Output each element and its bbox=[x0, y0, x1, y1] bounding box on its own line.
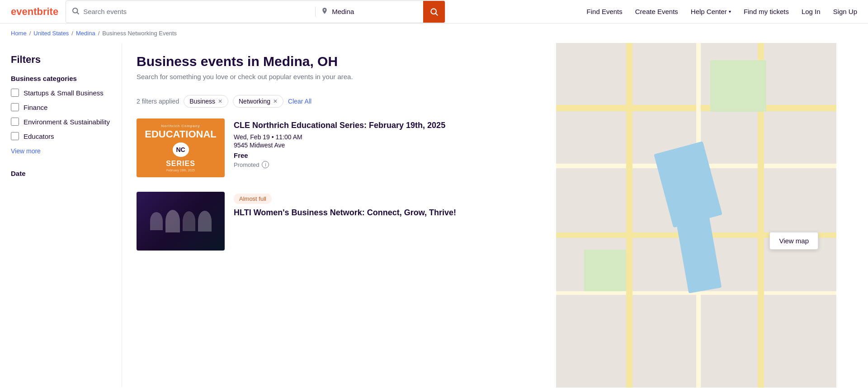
checkbox-startups-label: Startups & Small Business bbox=[24, 89, 104, 97]
filter-business-categories: Business categories Startups & Small Bus… bbox=[11, 75, 111, 155]
help-center-link[interactable]: Help Center ▾ bbox=[691, 8, 731, 15]
search-bar bbox=[66, 0, 445, 23]
page-title: Business events in Medina, OH bbox=[137, 54, 542, 69]
filters-title: Filters bbox=[11, 54, 111, 66]
breadcrumb-current: Business Networking Events bbox=[102, 30, 177, 37]
checkbox-startups[interactable]: Startups & Small Business bbox=[11, 89, 111, 97]
edu-image-date: February 19th, 2025 bbox=[166, 169, 195, 172]
svg-point-2 bbox=[431, 9, 436, 14]
checkbox-environment-label: Environment & Sustainability bbox=[24, 118, 110, 126]
breadcrumb-united-states[interactable]: United States bbox=[33, 30, 69, 37]
event-info-1: CLE Northrich Educational Series: Februa… bbox=[234, 118, 542, 177]
checkbox-educators[interactable]: Educators bbox=[11, 132, 111, 140]
main-content: Business events in Medina, OH Search for… bbox=[122, 43, 556, 388]
business-filter-tag[interactable]: Business ✕ bbox=[184, 95, 228, 108]
checkbox-environment-input[interactable] bbox=[11, 118, 19, 126]
find-tickets-link[interactable]: Find my tickets bbox=[744, 8, 789, 15]
map-road-v1 bbox=[626, 43, 632, 388]
map-panel: View map bbox=[556, 43, 836, 388]
checkbox-environment[interactable]: Environment & Sustainability bbox=[11, 118, 111, 126]
login-link[interactable]: Log In bbox=[802, 8, 821, 15]
event-title-2: HLTI Women's Business Network: Connect, … bbox=[234, 208, 542, 218]
checkbox-educators-input[interactable] bbox=[11, 132, 19, 140]
checkbox-educators-label: Educators bbox=[24, 132, 54, 140]
promoted-label-1: Promoted bbox=[234, 161, 259, 168]
filter-row: 2 filters applied Business ✕ Networking … bbox=[137, 95, 542, 108]
promoted-row-1: Promoted i bbox=[234, 161, 542, 168]
edu-series-text: SERIES bbox=[166, 160, 195, 168]
business-tag-label: Business bbox=[189, 98, 215, 105]
business-tag-remove[interactable]: ✕ bbox=[218, 98, 222, 104]
location-wrap bbox=[316, 7, 423, 16]
search-input[interactable] bbox=[83, 8, 310, 15]
date-filter-section: Date bbox=[11, 170, 111, 177]
event-date-1: Wed, Feb 19 • 11:00 AM bbox=[234, 133, 542, 141]
event-title-1: CLE Northrich Educational Series: Februa… bbox=[234, 120, 542, 131]
checkbox-startups-input[interactable] bbox=[11, 89, 19, 97]
event-price-1: Free bbox=[234, 151, 542, 159]
breadcrumb-sep-1: / bbox=[29, 30, 31, 37]
sidebar: Filters Business categories Startups & S… bbox=[0, 43, 122, 388]
breadcrumb: Home / United States / Medina / Business… bbox=[0, 24, 868, 43]
event-info-2: Almost full HLTI Women's Business Networ… bbox=[234, 192, 542, 251]
find-events-link[interactable]: Find Events bbox=[587, 8, 623, 15]
nav-links: Find Events Create Events Help Center ▾ … bbox=[587, 8, 857, 15]
breadcrumb-sep-3: / bbox=[98, 30, 100, 37]
page-subtitle: Search for something you love or check o… bbox=[137, 73, 542, 80]
create-events-link[interactable]: Create Events bbox=[635, 8, 678, 15]
edu-main-text: EDUCATIONAL bbox=[145, 129, 216, 140]
checkbox-list: Startups & Small Business Finance Enviro… bbox=[11, 89, 111, 140]
business-categories-title: Business categories bbox=[11, 75, 111, 82]
event-image-1: Northrich Company EDUCATIONAL NC SERIES … bbox=[137, 118, 225, 177]
edu-logo: NC bbox=[173, 142, 189, 157]
clear-all-link[interactable]: Clear All bbox=[288, 98, 311, 105]
almost-full-badge: Almost full bbox=[234, 194, 272, 204]
edu-logo-text: NC bbox=[176, 146, 185, 153]
header: eventbrite Find Events Creat bbox=[0, 0, 868, 24]
location-input[interactable] bbox=[332, 8, 418, 15]
svg-point-0 bbox=[73, 8, 78, 13]
checkbox-finance-label: Finance bbox=[24, 104, 47, 111]
view-map-button[interactable]: View map bbox=[769, 232, 818, 250]
event-card-1[interactable]: Northrich Company EDUCATIONAL NC SERIES … bbox=[137, 118, 542, 177]
networking-tag-remove[interactable]: ✕ bbox=[273, 98, 278, 104]
chevron-down-icon: ▾ bbox=[729, 9, 731, 14]
signup-link[interactable]: Sign Up bbox=[833, 8, 857, 15]
svg-line-1 bbox=[77, 12, 79, 14]
event-location-1: 9545 Midwest Ave bbox=[234, 142, 542, 149]
breadcrumb-home[interactable]: Home bbox=[11, 30, 27, 37]
search-events-wrap bbox=[66, 7, 316, 17]
logo[interactable]: eventbrite bbox=[11, 6, 58, 18]
date-filter-title: Date bbox=[11, 170, 111, 177]
networking-filter-tag[interactable]: Networking ✕ bbox=[233, 95, 283, 108]
checkbox-finance-input[interactable] bbox=[11, 103, 19, 111]
search-button[interactable] bbox=[423, 1, 445, 23]
search-icon bbox=[71, 7, 80, 17]
breadcrumb-medina[interactable]: Medina bbox=[76, 30, 95, 37]
page-layout: Filters Business categories Startups & S… bbox=[0, 43, 868, 388]
map-green-2 bbox=[584, 250, 626, 291]
svg-line-3 bbox=[436, 13, 438, 15]
event-card-2[interactable]: Almost full HLTI Women's Business Networ… bbox=[137, 192, 542, 251]
promoted-info-icon[interactable]: i bbox=[262, 161, 269, 168]
networking-tag-label: Networking bbox=[239, 98, 270, 105]
tech-overlay bbox=[137, 192, 225, 251]
view-more-link[interactable]: View more bbox=[11, 147, 41, 155]
map-green-1 bbox=[710, 60, 766, 112]
breadcrumb-sep-2: / bbox=[71, 30, 73, 37]
location-pin-icon bbox=[321, 7, 328, 16]
checkbox-finance[interactable]: Finance bbox=[11, 103, 111, 111]
map-background bbox=[556, 43, 836, 388]
edu-company-name: Northrich Company bbox=[161, 124, 200, 128]
event-image-2 bbox=[137, 192, 225, 251]
filters-applied-text: 2 filters applied bbox=[137, 98, 179, 105]
